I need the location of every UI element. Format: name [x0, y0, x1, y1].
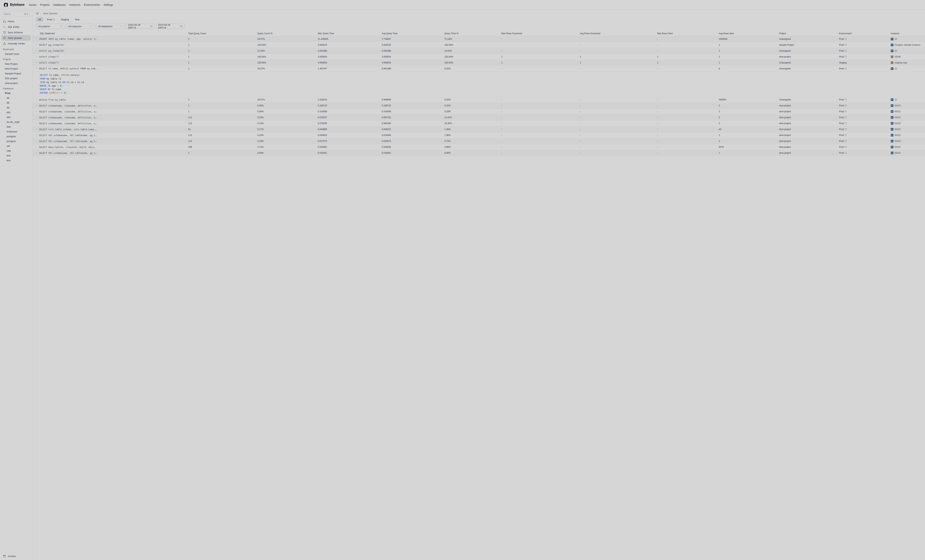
table-row[interactable]: SELECT schemaname, viewname, definition,…: [32, 120, 925, 126]
col-header[interactable]: Environment: [837, 31, 889, 36]
nav-settings[interactable]: Settings: [104, 3, 113, 6]
col-header[interactable]: Avg Rows Examined: [578, 31, 655, 36]
expand-toggle[interactable]: [35, 55, 38, 57]
sidebar-item-slow-queries[interactable]: Slow Queries: [2, 35, 31, 41]
sidebar-item-sql-editor[interactable]: SQL Editor: [0, 24, 32, 30]
database-item[interactable]: sdlx: [0, 148, 32, 153]
nav-projects[interactable]: Projects: [40, 3, 50, 6]
clock-icon: [3, 36, 6, 39]
expand-toggle[interactable]: [35, 152, 38, 154]
database-item[interactable]: postgres: [0, 139, 32, 143]
nav-databases[interactable]: Databases: [53, 3, 66, 6]
expand-toggle[interactable]: [35, 134, 38, 136]
shield-icon: [845, 116, 847, 119]
table-row[interactable]: delete from my_table228.57%1.0262540.569…: [32, 97, 925, 102]
database-item[interactable]: test: [0, 153, 32, 158]
database-item[interactable]: test: [0, 158, 32, 163]
database-item[interactable]: sdl: [0, 143, 32, 148]
table-row[interactable]: SELECT tbl.schemaname, tbl.tablename, pg…: [32, 138, 925, 144]
expand-toggle[interactable]: [35, 67, 38, 69]
env-tab-test[interactable]: Test: [73, 17, 81, 22]
search-input[interactable]: Search ⌘ K: [2, 12, 30, 17]
table-row[interactable]: select pg_sleep($1)114.29%3.0019883.0019…: [32, 48, 925, 54]
project-item[interactable]: New Project: [0, 66, 32, 71]
col-header[interactable]: Instance: [889, 31, 925, 36]
expand-toggle[interactable]: [35, 140, 38, 142]
sidebar-item-home[interactable]: Home: [0, 18, 32, 24]
database-item[interactable]: employee: [0, 129, 32, 134]
col-header[interactable]: Project: [777, 31, 837, 36]
table-row[interactable]: SELECT t1.name, AVG(t1.salary) FROM my_t…: [32, 66, 925, 72]
col-header[interactable]: Query Time %: [443, 31, 499, 36]
env-tab-prod[interactable]: Prod: [45, 17, 57, 22]
nav-environments[interactable]: Environments: [84, 3, 100, 6]
expand-toggle[interactable]: [35, 104, 38, 107]
shield-icon: [845, 146, 847, 148]
db-env-prod[interactable]: Prod: [0, 90, 32, 95]
database-item[interactable]: db: [0, 100, 32, 105]
sidebar-item-anomaly-center[interactable]: Anomaly Center: [0, 41, 32, 46]
chevron-right-icon: [35, 50, 38, 51]
col-header[interactable]: Query Count %: [256, 31, 316, 36]
table-row[interactable]: SELECT pg_sleep($1)2100.00%3.0026793.002…: [32, 42, 925, 48]
database-item[interactable]: db: [0, 95, 32, 100]
table-row[interactable]: SELECT schemaname, viewname, definition,…: [32, 108, 925, 114]
logo[interactable]: Bytebase: [3, 2, 24, 8]
shield-icon: [845, 140, 847, 142]
table-row[interactable]: SELECT schemaname, viewname, definition,…: [32, 114, 925, 120]
env-tab-all[interactable]: All: [36, 17, 43, 22]
col-header[interactable]: SQL Statement: [32, 31, 186, 36]
filter-date-to[interactable]: 2023-04-26 GMT+8: [156, 24, 184, 29]
table-row[interactable]: INSERT INTO my_table (name, age, salary)…: [32, 36, 925, 42]
nav-instances[interactable]: Instances: [69, 3, 80, 6]
database-item[interactable]: db2: [0, 114, 32, 119]
filter-databases[interactable]: All databases: [96, 24, 125, 29]
expand-toggle[interactable]: [35, 38, 38, 40]
sidebar-item-sync-schema[interactable]: Sync Schema: [0, 30, 32, 35]
search-shortcut: ⌘ K: [24, 13, 28, 15]
home-icon[interactable]: [36, 12, 39, 15]
col-header[interactable]: Avg Query Time: [380, 31, 443, 36]
env-tab-staging[interactable]: Staging: [59, 17, 71, 22]
bookmark-item[interactable]: Sample Issue: [0, 51, 32, 56]
table-row[interactable]: SELECT tbl.schemaname, tbl.tablename, pg…: [32, 150, 925, 156]
projects-heading: Projects: [0, 56, 32, 62]
database-item[interactable]: db: [0, 105, 32, 110]
col-header[interactable]: Total Query Count: [186, 31, 256, 36]
table-row[interactable]: select sleep(?)1100.00%3.0008343.0008341…: [32, 60, 925, 66]
project-item[interactable]: SDL-project: [0, 76, 32, 81]
table-row[interactable]: SELECT cols.table_schema, cols.table_nam…: [32, 126, 925, 132]
col-header[interactable]: Max Rows Examined: [500, 31, 578, 36]
project-item[interactable]: slow-project: [0, 81, 32, 86]
expand-toggle[interactable]: [35, 50, 38, 51]
project-item[interactable]: New Project: [0, 62, 32, 66]
database-item[interactable]: db1: [0, 110, 32, 114]
col-header[interactable]: Max Rows Sent: [655, 31, 717, 36]
expand-toggle[interactable]: [35, 61, 38, 63]
expand-toggle[interactable]: [35, 116, 38, 118]
chevron-right-icon: [35, 104, 38, 107]
filter-date-from[interactable]: 2023-04-19 GMT+8: [126, 24, 154, 29]
database-item[interactable]: dc-dic_shgh: [0, 119, 32, 124]
archive-icon: [3, 555, 6, 558]
col-header[interactable]: Avg Rows Sent: [717, 31, 777, 36]
sidebar-archive[interactable]: Archive: [0, 553, 32, 559]
expand-toggle[interactable]: [35, 98, 38, 101]
table-row[interactable]: SELECT description, classoid, objid, obj…: [32, 144, 925, 150]
database-item[interactable]: ddd: [0, 124, 32, 129]
expand-toggle[interactable]: [35, 146, 38, 148]
table-row[interactable]: select sleep(?)1100.00%3.0008343.0008341…: [32, 54, 925, 60]
database-item[interactable]: postgres: [0, 134, 32, 139]
expand-toggle[interactable]: [35, 44, 38, 46]
expand-toggle[interactable]: [35, 110, 38, 113]
postgres-icon: 🐘: [891, 122, 893, 125]
table-row[interactable]: SELECT tbl.schemaname, tbl.tablename, pg…: [32, 132, 925, 138]
filter-projects[interactable]: All projects: [36, 24, 65, 29]
table-row[interactable]: SELECT schemaname, viewname, definition,…: [32, 102, 925, 108]
expand-toggle[interactable]: [35, 122, 38, 124]
expand-toggle[interactable]: [35, 128, 38, 130]
nav-issues[interactable]: Issues: [29, 3, 36, 6]
project-item[interactable]: Sample Project: [0, 71, 32, 76]
filter-instances[interactable]: All instances: [66, 24, 95, 29]
col-header[interactable]: Max Query Time: [316, 31, 380, 36]
